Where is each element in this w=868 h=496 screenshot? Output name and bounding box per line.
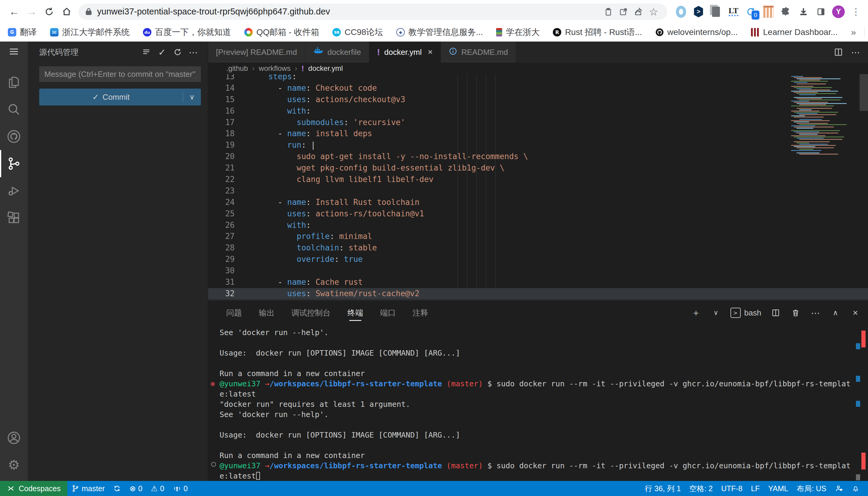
maximize-panel-chevron[interactable]: ∧ [830,306,841,320]
panel-tab-端口[interactable]: 端口 [380,300,396,325]
profile-avatar[interactable]: Y [832,5,845,18]
status-warnings[interactable]: ⚠0 [147,481,168,496]
editor-tab-dockerfile[interactable]: dockerfile [305,42,369,63]
status-errors[interactable]: ⊗0 [125,481,147,496]
minimap-line [796,133,838,134]
address-bar[interactable]: yunwei37-potential-space-trout-rpr5qwj66… [78,4,667,20]
reload-icon[interactable] [41,3,58,20]
bookmark-star-icon[interactable]: ☆ [646,4,661,19]
share-icon[interactable] [631,4,646,19]
code-text [241,185,250,197]
panel-tab-问题[interactable]: 问题 [226,300,242,325]
puzzle-extensions-icon[interactable] [779,5,793,18]
editor-more-actions-icon[interactable]: ⋯ [851,47,860,58]
status-language-mode[interactable]: YAML [764,481,792,496]
status-label: 0 [138,484,143,493]
extension-pages-icon[interactable] [709,5,723,18]
status-cursor-position[interactable]: 行 36, 列 1 [641,481,685,496]
bookmarks-overflow-chevron[interactable]: » [851,27,856,37]
bookmark-item[interactable]: weloveinterns/op... [655,27,738,37]
close-panel-icon[interactable]: × [850,306,861,320]
bookmark-item[interactable]: 浙江大学邮件系统 [50,27,130,38]
bookmarks-bar: 翻译浙江大学邮件系统百度一下，你就知道QQ邮箱 - 收件箱CC98论坛教学管理信… [0,23,868,42]
run-debug-icon[interactable] [0,177,28,204]
minimap[interactable] [791,76,859,155]
clipboard-icon[interactable] [601,4,616,19]
status-indentation[interactable]: 空格: 2 [685,481,717,496]
panel-tab-输出[interactable]: 输出 [259,300,274,325]
editor-tab-docker-yml[interactable]: !docker.yml× [369,42,441,63]
kill-terminal-trash-icon[interactable] [790,306,801,320]
back-icon[interactable]: ← [5,3,23,20]
download-icon[interactable] [797,5,810,18]
minimap-line [794,82,807,83]
open-in-new-icon[interactable] [616,4,631,19]
split-terminal-icon[interactable] [770,306,781,320]
translate-icon [8,28,16,36]
account-icon[interactable] [0,424,28,451]
extensions-icon[interactable] [0,204,28,231]
home-icon[interactable] [58,3,75,20]
search-icon[interactable] [0,96,28,123]
bookmark-item[interactable]: 学在浙大 [496,27,540,38]
close-icon[interactable]: × [428,47,433,57]
status-notifications[interactable] [848,481,864,496]
forward-icon[interactable]: → [23,3,41,20]
bookmark-item[interactable]: Learner Dashboar... [751,27,838,37]
bookmark-item[interactable]: Rust 招聘 - Rust语... [553,27,642,38]
bookmark-item[interactable]: CC98论坛 [332,27,383,38]
editor-tab-readme-md[interactable]: README.md [441,42,517,63]
status-branch[interactable]: master [67,481,109,496]
browser-menu-icon[interactable]: ⋮ [849,5,863,18]
code-text: steps: [241,74,297,82]
side-panel-icon[interactable] [814,5,827,18]
menu-hamburger-icon[interactable] [0,42,28,61]
breadcrumb-item[interactable]: workflows [259,64,290,73]
more-actions-icon[interactable]: ⋯ [185,44,201,60]
explorer-icon[interactable] [0,69,28,96]
status-ports[interactable]: 0 [169,481,192,496]
breadcrumb[interactable]: .github›workflows›!docker.yml [208,63,868,74]
commit-message-input[interactable] [39,66,201,82]
status-keyboard-layout[interactable]: 布局: US [792,481,830,496]
commit-check-icon[interactable]: ✓ [154,44,170,60]
editor-scrollbar[interactable] [859,74,868,111]
new-terminal-icon[interactable]: ＋ [691,306,702,320]
commit-button[interactable]: ✓ Commit ∨ [39,89,201,106]
commit-dropdown-chevron[interactable]: ∨ [183,92,201,102]
split-editor-icon[interactable] [834,47,843,57]
sync-extension-icon[interactable]: 0 [744,5,758,18]
extension-oval-icon[interactable] [674,5,688,18]
status-label: 0 [184,484,188,493]
status-eol[interactable]: LF [747,481,764,496]
minimap-line [796,78,840,79]
source-control-icon[interactable] [0,150,28,177]
refresh-icon[interactable] [170,44,185,60]
panel-tab-终端[interactable]: 终端 [347,300,363,325]
panel-tab-注释[interactable]: 注释 [413,300,428,325]
status-sync[interactable] [109,481,125,496]
minimap-line [791,100,809,102]
view-sort-icon[interactable] [138,44,154,60]
status-encoding[interactable]: UTF-8 [717,481,747,496]
extension-shield-icon[interactable]: > [692,5,705,18]
terminal-dropdown-chevron[interactable]: ∨ [710,306,721,320]
editor[interactable]: 13 steps:14 - name: Checkout code15 uses… [208,74,868,300]
bookmark-item[interactable]: QQ邮箱 - 收件箱 [244,27,319,38]
terminal-session[interactable]: > bash [731,308,761,318]
settings-gear-icon[interactable]: ⚙ [0,451,28,479]
languagetool-icon[interactable]: LT [727,5,740,18]
terminal-output[interactable]: See 'docker run --help'.Usage: docker ru… [208,325,868,481]
panel-tab-调试控制台[interactable]: 调试控制台 [291,300,331,325]
breadcrumb-item[interactable]: .github [226,64,248,73]
panel-more-actions-icon[interactable]: ⋯ [810,306,821,320]
extension-ammo-icon[interactable] [762,5,775,18]
breadcrumb-item[interactable]: docker.yml [308,64,343,73]
bookmark-item[interactable]: 翻译 [8,27,37,38]
status-remote[interactable]: Codespaces [0,481,67,496]
editor-tab--preview-readme-md[interactable]: [Preview] README.md [208,42,305,63]
bookmark-item[interactable]: 教学管理信息服务... [396,27,483,38]
status-feedback[interactable] [830,481,848,496]
github-icon[interactable] [0,123,28,150]
bookmark-item[interactable]: 百度一下，你就知道 [143,27,231,38]
